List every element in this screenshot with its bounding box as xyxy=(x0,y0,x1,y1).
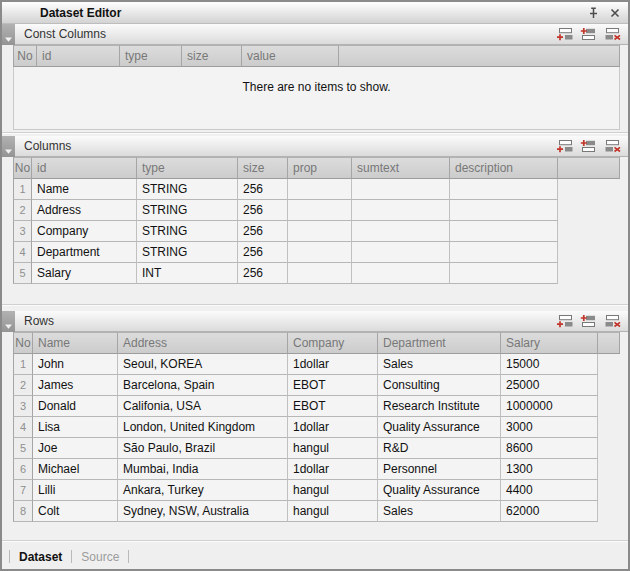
data-cell[interactable]: Barcelona, Spain xyxy=(118,375,288,396)
data-cell[interactable]: 4400 xyxy=(501,480,598,501)
row-number-cell[interactable]: 6 xyxy=(13,459,33,480)
data-cell[interactable]: Department xyxy=(32,242,137,263)
tab-source[interactable]: Source xyxy=(81,550,119,564)
data-cell[interactable]: London, United Kingdom xyxy=(118,417,288,438)
row-number-cell[interactable]: 5 xyxy=(13,263,32,284)
row-number-cell[interactable]: 4 xyxy=(13,417,33,438)
close-icon[interactable] xyxy=(610,8,620,18)
data-cell[interactable] xyxy=(352,221,450,242)
data-cell[interactable]: Sydney, NSW, Australia xyxy=(118,501,288,522)
data-cell[interactable]: EBOT xyxy=(288,375,378,396)
collapse-toggle[interactable] xyxy=(2,24,15,45)
data-cell[interactable]: Joe xyxy=(33,438,118,459)
data-cell[interactable]: Salary xyxy=(32,263,137,284)
data-cell[interactable]: Sales xyxy=(378,354,501,375)
data-cell[interactable]: INT xyxy=(137,263,238,284)
data-cell[interactable]: 62000 xyxy=(501,501,598,522)
data-cell[interactable]: hangul xyxy=(288,438,378,459)
data-cell[interactable] xyxy=(288,179,352,200)
insert-row-icon[interactable] xyxy=(580,27,597,41)
data-cell[interactable] xyxy=(288,242,352,263)
data-cell[interactable]: John xyxy=(33,354,118,375)
data-cell[interactable]: 1dollar xyxy=(288,417,378,438)
collapse-toggle[interactable] xyxy=(2,311,15,332)
delete-row-icon[interactable] xyxy=(604,27,621,41)
data-cell[interactable]: Donald xyxy=(33,396,118,417)
data-cell[interactable]: 1dollar xyxy=(288,354,378,375)
data-cell[interactable]: 256 xyxy=(238,263,288,284)
data-cell[interactable]: 1dollar xyxy=(288,459,378,480)
data-cell[interactable]: Name xyxy=(32,179,137,200)
data-cell[interactable]: EBOT xyxy=(288,396,378,417)
data-cell[interactable] xyxy=(450,179,558,200)
data-cell[interactable]: 1000000 xyxy=(501,396,598,417)
data-cell[interactable]: 25000 xyxy=(501,375,598,396)
data-cell[interactable]: 256 xyxy=(238,221,288,242)
data-cell[interactable] xyxy=(352,263,450,284)
data-cell[interactable]: Research Institute xyxy=(378,396,501,417)
data-cell[interactable]: Ankara, Turkey xyxy=(118,480,288,501)
tab-separator xyxy=(71,550,72,563)
data-cell[interactable]: Personnel xyxy=(378,459,501,480)
row-number-cell[interactable]: 1 xyxy=(13,354,33,375)
data-cell[interactable] xyxy=(450,221,558,242)
data-cell[interactable]: STRING xyxy=(137,179,238,200)
row-number-cell[interactable]: 7 xyxy=(13,480,33,501)
row-number-cell[interactable]: 2 xyxy=(13,200,32,221)
insert-row-icon[interactable] xyxy=(580,139,597,153)
data-cell[interactable]: Mumbai, India xyxy=(118,459,288,480)
data-cell[interactable]: Califonia, USA xyxy=(118,396,288,417)
row-number-cell[interactable]: 1 xyxy=(13,179,32,200)
row-number-cell[interactable]: 8 xyxy=(13,501,33,522)
data-cell[interactable]: São Paulo, Brazil xyxy=(118,438,288,459)
data-cell[interactable]: Seoul, KOREA xyxy=(118,354,288,375)
data-cell[interactable]: 256 xyxy=(238,200,288,221)
pin-icon[interactable] xyxy=(588,7,599,19)
data-cell[interactable]: 15000 xyxy=(501,354,598,375)
data-cell[interactable]: STRING xyxy=(137,242,238,263)
data-cell[interactable]: Lilli xyxy=(33,480,118,501)
collapse-toggle[interactable] xyxy=(2,136,15,157)
data-cell[interactable]: STRING xyxy=(137,200,238,221)
add-row-icon[interactable] xyxy=(556,139,573,153)
data-cell[interactable]: Company xyxy=(32,221,137,242)
data-cell[interactable]: Colt xyxy=(33,501,118,522)
tab-dataset[interactable]: Dataset xyxy=(19,550,62,564)
data-cell[interactable]: Consulting xyxy=(378,375,501,396)
row-number-cell[interactable]: 4 xyxy=(13,242,32,263)
data-cell[interactable] xyxy=(450,263,558,284)
data-cell[interactable]: hangul xyxy=(288,501,378,522)
data-cell[interactable]: 256 xyxy=(238,179,288,200)
data-cell[interactable] xyxy=(288,200,352,221)
row-number-cell[interactable]: 3 xyxy=(13,396,33,417)
data-cell[interactable]: Address xyxy=(32,200,137,221)
data-cell[interactable]: 3000 xyxy=(501,417,598,438)
data-cell[interactable] xyxy=(288,263,352,284)
add-row-icon[interactable] xyxy=(556,27,573,41)
row-number-cell[interactable]: 3 xyxy=(13,221,32,242)
data-cell[interactable] xyxy=(450,242,558,263)
delete-row-icon[interactable] xyxy=(604,314,621,328)
data-cell[interactable]: 256 xyxy=(238,242,288,263)
data-cell[interactable] xyxy=(450,200,558,221)
data-cell[interactable]: Michael xyxy=(33,459,118,480)
data-cell[interactable] xyxy=(352,200,450,221)
data-cell[interactable]: James xyxy=(33,375,118,396)
data-cell[interactable] xyxy=(352,179,450,200)
data-cell[interactable]: STRING xyxy=(137,221,238,242)
data-cell[interactable] xyxy=(288,221,352,242)
data-cell[interactable]: hangul xyxy=(288,480,378,501)
delete-row-icon[interactable] xyxy=(604,139,621,153)
data-cell[interactable]: 1300 xyxy=(501,459,598,480)
row-number-cell[interactable]: 2 xyxy=(13,375,33,396)
data-cell[interactable]: Quality Assurance xyxy=(378,417,501,438)
data-cell[interactable]: 8600 xyxy=(501,438,598,459)
data-cell[interactable] xyxy=(352,242,450,263)
data-cell[interactable]: Sales xyxy=(378,501,501,522)
data-cell[interactable]: Lisa xyxy=(33,417,118,438)
data-cell[interactable]: R&D xyxy=(378,438,501,459)
insert-row-icon[interactable] xyxy=(580,314,597,328)
data-cell[interactable]: Quality Assurance xyxy=(378,480,501,501)
row-number-cell[interactable]: 5 xyxy=(13,438,33,459)
add-row-icon[interactable] xyxy=(556,314,573,328)
